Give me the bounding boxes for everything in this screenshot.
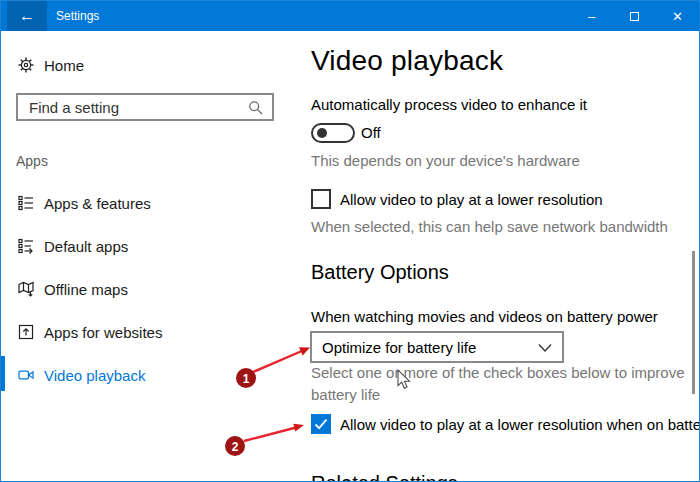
- sidebar-item-offline-maps[interactable]: Offline maps: [18, 273, 128, 305]
- lower-resolution-row: Allow video to play at a lower resolutio…: [311, 189, 603, 209]
- minimize-icon: –: [588, 9, 595, 24]
- battery-lower-resolution-checkbox[interactable]: [311, 414, 331, 434]
- main-content: Video playback Automatically process vid…: [291, 31, 699, 482]
- toggle-state-label: Off: [361, 123, 381, 143]
- website-apps-icon: [18, 324, 34, 340]
- sidebar-item-label: Default apps: [44, 238, 128, 255]
- lower-resolution-label: Allow video to play at a lower resolutio…: [340, 191, 603, 208]
- page-title: Video playback: [311, 45, 503, 77]
- toggle-knob: [317, 128, 327, 138]
- search-icon: [248, 100, 264, 116]
- back-arrow-icon: ←: [19, 7, 35, 25]
- window-title: Settings: [56, 1, 99, 31]
- battery-lower-resolution-label: Allow video to play at a lower resolutio…: [340, 416, 700, 433]
- sidebar-item-label: Video playback: [44, 367, 145, 384]
- settings-window: ← Settings – ✕ Home: [0, 0, 700, 482]
- map-icon: [18, 281, 34, 297]
- sidebar-item-default-apps[interactable]: Default apps: [18, 230, 128, 262]
- checkmark-icon: [313, 416, 329, 432]
- scrollbar-thumb[interactable]: [692, 251, 695, 394]
- battery-checkbox-row: Allow video to play at a lower resolutio…: [311, 414, 700, 434]
- close-icon: ✕: [672, 9, 683, 24]
- minimize-button[interactable]: –: [570, 1, 613, 31]
- auto-process-label: Automatically process video to enhance i…: [311, 95, 587, 115]
- sidebar-item-label: Apps & features: [44, 195, 151, 212]
- sidebar-item-apps-for-websites[interactable]: Apps for websites: [18, 316, 162, 348]
- maximize-icon: [630, 12, 639, 21]
- sidebar-item-apps-features[interactable]: Apps & features: [18, 187, 151, 219]
- gear-icon: [18, 57, 34, 73]
- sidebar-item-label: Offline maps: [44, 281, 128, 298]
- search-box: [16, 93, 274, 121]
- list-icon: [18, 195, 34, 211]
- selected-item-indicator: [1, 356, 5, 391]
- window-body: Home Apps Apps & features: [1, 31, 699, 482]
- battery-dropdown[interactable]: Optimize for battery life: [310, 331, 564, 363]
- related-settings-heading: Related Settings: [311, 472, 458, 482]
- sidebar-group-label: Apps: [16, 153, 48, 169]
- battery-description: Select one or more of the check boxes be…: [311, 362, 691, 406]
- default-apps-icon: [18, 238, 34, 254]
- video-camera-icon: [18, 367, 34, 383]
- battery-dropdown-label: When watching movies and videos on batte…: [311, 307, 658, 327]
- battery-options-heading: Battery Options: [311, 261, 449, 284]
- maximize-button[interactable]: [613, 1, 656, 31]
- title-bar: ← Settings – ✕: [1, 1, 699, 31]
- sidebar-item-label: Home: [44, 57, 84, 74]
- lower-resolution-description: When selected, this can help save networ…: [311, 216, 668, 238]
- auto-process-description: This depends on your device's hardware: [311, 150, 580, 172]
- lower-resolution-checkbox[interactable]: [311, 189, 331, 209]
- back-button[interactable]: ←: [7, 1, 47, 31]
- sidebar-item-home[interactable]: Home: [18, 49, 84, 81]
- close-button[interactable]: ✕: [656, 1, 699, 31]
- chevron-down-icon: [538, 343, 552, 353]
- window-controls: – ✕: [570, 1, 699, 31]
- sidebar-item-video-playback[interactable]: Video playback: [18, 359, 145, 391]
- auto-process-toggle[interactable]: [311, 123, 355, 143]
- sidebar-item-label: Apps for websites: [44, 324, 162, 341]
- search-input[interactable]: [18, 95, 272, 119]
- battery-dropdown-value: Optimize for battery life: [322, 339, 476, 356]
